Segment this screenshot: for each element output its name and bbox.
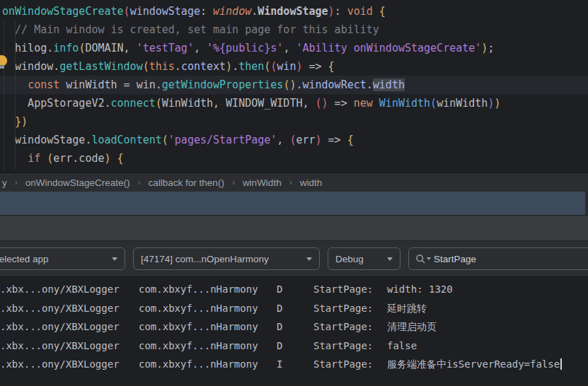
- log-search-field[interactable]: [408, 247, 588, 270]
- code-token: WinWidth, WINDOW_WIDTH,: [162, 97, 316, 110]
- log-level: D: [277, 317, 313, 337]
- code-token: (): [283, 78, 296, 91]
- code-editor[interactable]: onWindowStageCreate(windowStage: window.…: [0, 0, 588, 172]
- code-token: .: [175, 60, 181, 73]
- code-line[interactable]: // Main window is created, set main page…: [0, 21, 588, 39]
- code-token: onWindowStageCreate: [2, 5, 124, 18]
- code-token: WindowStage: [258, 5, 328, 18]
- breadcrumb-separator-icon: ›: [226, 177, 241, 187]
- code-token: WinWidth: [379, 97, 430, 110]
- code-token: AppStorageV2.: [2, 97, 111, 110]
- log-level: I: [277, 355, 313, 374]
- breadcrumb-item[interactable]: callback for then(): [147, 177, 226, 188]
- breadcrumb-item[interactable]: onWindowStageCreate(): [24, 177, 132, 188]
- code-token: ): [105, 152, 111, 165]
- log-output[interactable]: .xbx...ony/XBXLoggercom.xbxyf...nHarmony…: [0, 277, 588, 385]
- chevron-down-icon: [112, 257, 117, 261]
- code-token: DOMAIN,: [85, 42, 136, 54]
- indent-guide: [4, 21, 4, 170]
- indent-guide: [15, 21, 16, 170]
- code-token: (: [430, 97, 437, 110]
- log-row[interactable]: .xbx...ony/XBXLoggercom.xbxyf...nHarmony…: [0, 355, 588, 374]
- code-token: (: [143, 60, 149, 73]
- process-combo-label: [47174] com...nOpenHarmony: [141, 254, 269, 264]
- code-token: [373, 97, 379, 110]
- code-token: winWidth: [437, 97, 488, 110]
- code-token: =>: [328, 97, 354, 110]
- log-message: 清理启动页: [387, 317, 588, 337]
- log-row[interactable]: .xbx...ony/XBXLoggercom.xbxyf...nHarmony…: [0, 280, 588, 299]
- log-row[interactable]: .xbx...ony/XBXLoggercom.xbxyf...nHarmony…: [0, 317, 588, 337]
- log-package: com.xbxyf...nHarmony: [139, 337, 277, 356]
- code-line[interactable]: const winWidth = win.getWindowProperties…: [0, 76, 588, 94]
- code-line[interactable]: if (err.code) {: [0, 149, 588, 168]
- breadcrumb-item[interactable]: y: [1, 177, 8, 188]
- code-token: getWindowProperties: [162, 78, 284, 91]
- code-token: :: [335, 5, 347, 18]
- code-token: (: [47, 152, 53, 165]
- log-row[interactable]: .xbx...ony/XBXLoggercom.xbxyf...nHarmony…: [0, 337, 588, 356]
- code-line[interactable]: hilog.info(DOMAIN, 'testTag', '%{public}…: [0, 39, 588, 57]
- code-token: connect: [111, 97, 156, 110]
- code-token: {: [347, 134, 354, 146]
- code-token: {: [117, 152, 124, 165]
- code-token: .: [367, 78, 373, 91]
- code-line[interactable]: onWindowStageCreate(windowStage: window.…: [0, 2, 588, 21]
- code-token: width: [373, 78, 405, 91]
- code-token: 'pages/StartPage': [168, 134, 277, 146]
- band-right-edge: [585, 192, 588, 215]
- code-token: win: [277, 60, 296, 73]
- code-line[interactable]: windowStage.loadContent('pages/StartPage…: [0, 131, 588, 149]
- log-message: width: 1320: [387, 280, 588, 299]
- breadcrumb-separator-icon: ›: [283, 177, 299, 187]
- code-token: ): [494, 97, 500, 110]
- breadcrumb-item[interactable]: winWidth: [241, 177, 283, 188]
- log-source: StartPage:: [313, 317, 387, 337]
- code-token: [40, 152, 47, 165]
- log-package: com.xbxyf...nHarmony: [139, 280, 277, 299]
- code-token: then: [238, 60, 264, 73]
- code-token: info: [53, 42, 79, 54]
- debug-session-band: [0, 192, 588, 215]
- code-token: (: [162, 134, 168, 146]
- code-line[interactable]: window.getLastWindow(this.context).then(…: [0, 57, 588, 76]
- code-token: ,: [277, 134, 289, 146]
- log-package: com.xbxyf...nHarmony: [139, 317, 277, 337]
- code-line[interactable]: }): [0, 112, 588, 131]
- code-token: (: [264, 60, 270, 73]
- code-token: {: [328, 60, 335, 73]
- code-token: .: [232, 60, 238, 73]
- code-token: {: [379, 5, 386, 18]
- code-token: =>: [302, 60, 328, 73]
- log-message: 服务端准备中isServerReady=false: [387, 355, 588, 374]
- code-token: ): [226, 60, 232, 73]
- intention-lightbulb-icon[interactable]: [0, 55, 8, 69]
- search-input[interactable]: [434, 254, 554, 264]
- search-icon[interactable]: [415, 254, 431, 264]
- code-token: 'Ability onWindowStageCreate': [296, 42, 481, 54]
- code-token: hilog.: [2, 42, 53, 54]
- code-token: ,: [194, 42, 207, 54]
- log-message: 延时跳转: [387, 299, 588, 318]
- log-source: StartPage:: [313, 299, 387, 318]
- log-row[interactable]: .xbx...ony/XBXLoggercom.xbxyf...nHarmony…: [0, 299, 588, 318]
- code-token: (: [270, 60, 277, 73]
- log-tag: .xbx...ony/XBXLogger: [0, 337, 139, 356]
- log-filter-bar: of selected app [47174] com...nOpenHarmo…: [0, 240, 588, 277]
- code-line[interactable]: AppStorageV2.connect(WinWidth, WINDOW_WI…: [0, 94, 588, 112]
- code-token: =>: [322, 134, 347, 146]
- log-level: D: [277, 280, 313, 299]
- breadcrumb-item[interactable]: width: [299, 177, 324, 188]
- code-token: ): [316, 134, 322, 146]
- text-caret: [560, 358, 562, 370]
- log-scope-combo[interactable]: of selected app: [0, 247, 125, 270]
- code-token: ): [328, 5, 335, 18]
- process-combo[interactable]: [47174] com...nOpenHarmony: [133, 247, 320, 270]
- log-level-combo[interactable]: Debug: [328, 247, 400, 270]
- code-token: [373, 5, 379, 18]
- log-tag: .xbx...ony/XBXLogger: [0, 317, 139, 337]
- code-token: .: [251, 5, 258, 18]
- code-token: void: [347, 5, 373, 18]
- code-token: err: [296, 134, 315, 146]
- log-level: D: [277, 299, 313, 318]
